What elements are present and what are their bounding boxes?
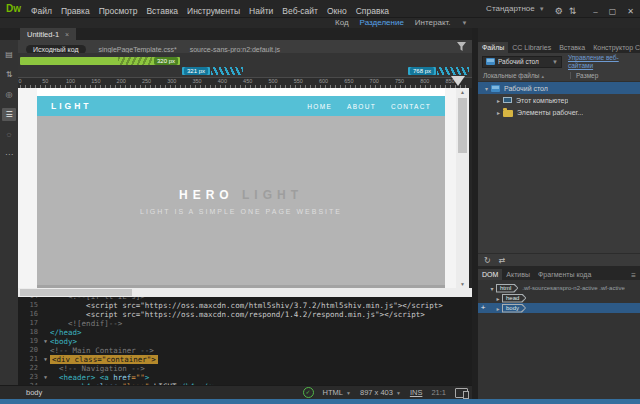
menu-Найти[interactable]: Найти bbox=[249, 6, 273, 16]
code-text[interactable]: <header> <a href=""> bbox=[50, 373, 472, 382]
code-line[interactable]: 15 <script src="https://oss.maxcdn.com/h… bbox=[18, 301, 472, 310]
code-text[interactable]: <body> bbox=[50, 337, 472, 346]
media-query-min-321[interactable]: 321 px bbox=[182, 67, 243, 75]
nav-link-about[interactable]: ABOUT bbox=[347, 103, 376, 110]
design-vertical-scrollbar[interactable]: ▲ ▼ bbox=[456, 88, 469, 288]
manage-sites-link[interactable]: Управление веб-сайтами bbox=[568, 54, 628, 69]
media-query-max-320[interactable]: 320 px bbox=[20, 57, 180, 65]
tree-row-computer[interactable]: ▸Этот компьютер bbox=[478, 94, 640, 106]
code-line[interactable]: 22 <!-- Navigation --> bbox=[18, 364, 472, 373]
tree-chevron-icon[interactable]: ▾ bbox=[482, 85, 491, 92]
horizontal-scroll-thumb[interactable] bbox=[20, 289, 132, 296]
code-line[interactable]: 19▼<body> bbox=[18, 337, 472, 346]
sync-files-icon[interactable]: ⇄ bbox=[499, 256, 506, 265]
fold-arrow-icon[interactable]: ▼ bbox=[41, 337, 50, 346]
tree-chevron-icon[interactable]: ▸ bbox=[494, 109, 503, 116]
code-view[interactable]: 14 <!--[if lt IE 9]>15 <script src="http… bbox=[18, 297, 472, 385]
code-text[interactable]: <div class="container"> bbox=[50, 355, 472, 364]
tree-row-folder[interactable]: ▸Элементы рабочег... bbox=[478, 106, 640, 118]
code-line[interactable]: 17 <![endif]--> bbox=[18, 319, 472, 328]
site-logo[interactable]: LIGHT bbox=[51, 101, 92, 111]
scroll-up-icon[interactable]: ▲ bbox=[456, 89, 469, 95]
dom-chevron-icon[interactable]: ▸ bbox=[494, 295, 502, 302]
hero-subtitle[interactable]: LIGHT IS A SIMPLE ONE PAGE WEBSITE bbox=[37, 208, 445, 215]
nav-link-home[interactable]: HOME bbox=[307, 103, 332, 110]
view-mode-Интеракт.[interactable]: Интеракт. bbox=[415, 18, 451, 28]
device-preview-icon[interactable] bbox=[455, 388, 468, 398]
site-select[interactable]: Рабочий стол ▼ bbox=[482, 56, 562, 68]
maximize-button[interactable]: ▢ bbox=[609, 7, 617, 16]
panel-tab-CC Libraries[interactable]: CC Libraries bbox=[508, 42, 555, 53]
rendered-page[interactable]: LIGHT HOMEABOUTCONTACT HERO LIGHT LIGHT … bbox=[37, 88, 445, 288]
code-line[interactable]: 18</head> bbox=[18, 328, 472, 337]
updown-arrows-icon[interactable]: ⇅ bbox=[569, 6, 577, 16]
code-text[interactable]: <!-- Navigation --> bbox=[50, 364, 472, 373]
code-line[interactable]: 16 <script src="https://oss.maxcdn.com/r… bbox=[18, 310, 472, 319]
live-view-caret-icon[interactable]: ▼ bbox=[462, 18, 468, 28]
format-source-icon[interactable]: ☰ bbox=[2, 108, 16, 121]
doc-type[interactable]: HTML bbox=[323, 388, 343, 397]
related-file[interactable]: singlePageTemplate.css* bbox=[99, 46, 177, 53]
view-mode-Код[interactable]: Код bbox=[335, 18, 349, 28]
menu-Справка[interactable]: Справка bbox=[356, 6, 389, 16]
menu-Правка[interactable]: Правка bbox=[61, 6, 90, 16]
related-file[interactable]: source-sans-pro:n2:default.js bbox=[190, 46, 280, 53]
code-line[interactable]: 20<!-- Main Container --> bbox=[18, 346, 472, 355]
column-size[interactable]: Размер bbox=[570, 72, 598, 79]
menu-Окно[interactable]: Окно bbox=[327, 6, 347, 16]
panel-tab-Вставка[interactable]: Вставка bbox=[555, 42, 589, 53]
code-line[interactable]: 21▼<div class="container"> bbox=[18, 355, 472, 364]
linting-icon[interactable]: ◌ bbox=[2, 128, 16, 141]
menu-Просмотр[interactable]: Просмотр bbox=[99, 6, 138, 16]
site-header[interactable]: LIGHT HOMEABOUTCONTACT bbox=[37, 96, 445, 116]
dom-chevron-icon[interactable]: ▾ bbox=[488, 285, 496, 292]
minimize-button[interactable]: – bbox=[593, 7, 597, 16]
insert-mode[interactable]: INS bbox=[410, 388, 423, 397]
fold-arrow-icon[interactable]: ▼ bbox=[41, 373, 50, 382]
file-management-icon[interactable]: ⇅ bbox=[2, 68, 16, 81]
tree-row-desktop[interactable]: ▾Рабочий стол bbox=[478, 82, 640, 94]
close-button[interactable]: ✕ bbox=[627, 7, 634, 16]
code-text[interactable]: </head> bbox=[50, 328, 472, 337]
menu-Веб-сайт[interactable]: Веб-сайт bbox=[282, 6, 318, 16]
menu-Инструменты[interactable]: Инструменты bbox=[187, 6, 240, 16]
code-text[interactable]: <!-- Main Container --> bbox=[50, 346, 472, 355]
panel-menu-icon[interactable]: ≡ bbox=[631, 271, 636, 280]
panel-tab-Конструктор CSS[interactable]: Конструктор CSS bbox=[589, 42, 640, 53]
dom-chevron-icon[interactable]: ▸ bbox=[494, 305, 502, 312]
vertical-scroll-thumb[interactable] bbox=[458, 98, 467, 153]
workspace-switcher[interactable]: Стандартное bbox=[486, 4, 535, 13]
find-in-files-icon[interactable]: ◎ bbox=[2, 88, 16, 101]
design-horizontal-scrollbar[interactable] bbox=[18, 288, 472, 297]
dom-tag-pill[interactable]: html bbox=[496, 284, 518, 293]
tree-chevron-icon[interactable]: ▸ bbox=[494, 97, 503, 104]
hero-section[interactable]: HERO LIGHT LIGHT IS A SIMPLE ONE PAGE WE… bbox=[37, 116, 445, 288]
window-size[interactable]: 897 x 403 bbox=[360, 388, 393, 397]
panel-tab-Фрагменты кода[interactable]: Фрагменты кода bbox=[534, 269, 595, 280]
nav-link-contact[interactable]: CONTACT bbox=[391, 103, 431, 110]
dom-node-body[interactable]: +▸body bbox=[478, 303, 640, 313]
tag-selector[interactable]: body bbox=[26, 388, 42, 397]
sync-settings-icon[interactable]: ⚙ bbox=[555, 6, 563, 16]
dom-tag-pill[interactable]: body bbox=[502, 304, 526, 313]
viewport-size-marker[interactable] bbox=[451, 76, 465, 86]
design-view[interactable]: LIGHT HOMEABOUTCONTACT HERO LIGHT LIGHT … bbox=[18, 88, 472, 288]
panel-tab-Файлы[interactable]: Файлы bbox=[478, 42, 508, 53]
code-text[interactable]: <script src="https://oss.maxcdn.com/html… bbox=[50, 301, 472, 310]
dom-node-html[interactable]: ▾html.wf-sourcesanspro-n2-active .wf-act… bbox=[478, 283, 640, 293]
hero-title[interactable]: HERO LIGHT bbox=[37, 188, 445, 202]
tab-close-icon[interactable]: × bbox=[65, 31, 69, 38]
fold-arrow-icon[interactable]: ▼ bbox=[41, 355, 50, 364]
scroll-down-icon[interactable]: ▼ bbox=[456, 281, 469, 287]
media-query-min-768[interactable]: 768 px bbox=[408, 67, 469, 75]
panel-tab-DOM[interactable]: DOM bbox=[478, 269, 502, 280]
code-text[interactable]: <script src="https://oss.maxcdn.com/resp… bbox=[50, 310, 472, 319]
menu-Вставка[interactable]: Вставка bbox=[146, 6, 178, 16]
menu-Файл[interactable]: Файл bbox=[31, 6, 52, 16]
add-element-icon[interactable]: + bbox=[478, 303, 488, 313]
more-tools-icon[interactable]: ⋯ bbox=[2, 148, 16, 161]
open-documents-icon[interactable]: ▤ bbox=[2, 48, 16, 61]
code-text[interactable]: <![endif]--> bbox=[50, 319, 472, 328]
filter-related-files-icon[interactable] bbox=[457, 42, 466, 51]
panel-tab-Активы[interactable]: Активы bbox=[502, 269, 534, 280]
